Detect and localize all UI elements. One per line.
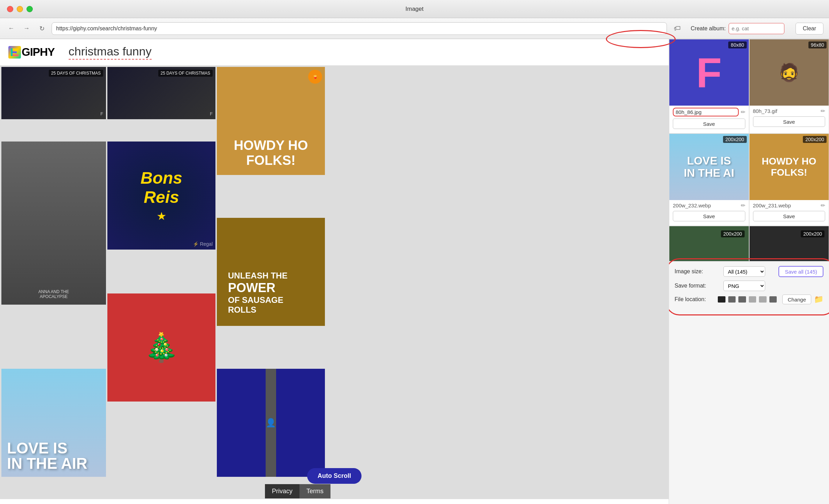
image-preview-3: LOVE ISIN THE AI 200x200 [669,134,749,200]
gif-cell-love-is-air[interactable]: LOVE ISIN THE AIR [1,369,106,477]
gif-cell-days-xmas-1[interactable]: 25 DAYS OF CHRISTMAS F [1,67,106,119]
img-size-badge-6: 200x200 [801,230,824,237]
img-size-badge-1: 80x80 [728,41,746,48]
image-filename-1[interactable]: 80h_86.jpg [673,108,739,116]
gif-grid: 25 DAYS OF CHRISTMAS F 25 DAYS OF CHRIST… [0,66,669,499]
image-preview-1: F 80x80 [669,39,749,106]
window-controls [7,6,33,12]
save-button-1[interactable]: Save [673,119,745,129]
gif-cell-howdy-ho[interactable]: HOWDY HO FOLKS! 🍟 [217,67,325,175]
minimize-button[interactable] [17,6,23,12]
browser-content: GIPHY christmas funny 25 DAYS OF CHRISTM… [0,39,669,504]
gif-love-clouds-text: LOVE ISIN THE AI [678,149,740,185]
giphy-header: GIPHY christmas funny [0,39,669,66]
svg-rect-0 [11,48,13,56]
save-all-button[interactable]: Save all (145) [778,266,823,277]
image-item-5: 200x200 [669,226,749,261]
back-button[interactable]: ← [6,23,17,34]
image-filename-row-4: 200w_231.webp ✏ [750,200,829,209]
change-button[interactable]: Change [782,295,811,304]
gif-boy-text: ANNA AND THE APOCALYPSE [1,289,106,299]
gif-badge-1: 25 DAYS OF CHRISTMAS [49,70,103,77]
gif-howdy-content: HOWDY HO FOLKS! [217,67,325,175]
gif-cell-sausage[interactable]: UNLEASH THE POWEROF SAUSAGE ROLLS [217,218,325,326]
forward-button[interactable]: → [21,23,32,34]
gif-brand-1: F [100,111,103,116]
edit-icon-2[interactable]: ✏ [821,108,825,114]
toolbar: ← → ↻ 🏷 Create album: Clear [0,18,829,39]
gif-cell-xmas-tree[interactable]: 🎄 [107,293,215,402]
gif-badge-2: 25 DAYS OF CHRISTMAS [158,70,213,77]
img-size-badge-5: 200x200 [721,230,745,237]
path-seg-6 [769,296,777,303]
image-item-2: 🧔 96x80 80h_73.gif ✏ Save [749,39,829,133]
gif-sausage-text: UNLEASH THE POWEROF SAUSAGE ROLLS [228,271,314,315]
save-button-3[interactable]: Save [673,211,745,221]
img-size-badge-3: 200x200 [723,136,747,143]
gif-love-text: LOVE ISIN THE AIR [7,441,88,471]
folder-icon[interactable]: 📁 [814,295,823,304]
gif-bons-reis-text: BonsReis [140,168,182,207]
img-size-badge-4: 200x200 [803,136,827,143]
privacy-button[interactable]: Privacy [265,484,299,498]
refresh-button[interactable]: ↻ [36,23,47,34]
svg-rect-1 [13,48,18,50]
bald-man-emoji: 🧔 [778,62,800,83]
gif-star: ★ [157,209,167,223]
gif-cell-auto-scroll[interactable]: 👤 [217,369,325,477]
save-format-select[interactable]: PNG JPG GIF WebP [723,281,765,291]
image-filename-row-1: 80h_86.jpg ✏ [669,106,749,117]
auto-scroll-button[interactable]: Auto Scroll [307,468,362,484]
right-sidebar: F 80x80 80h_86.jpg ✏ Save 🧔 96x80 80h_73… [669,39,829,504]
image-size-select[interactable]: All (145) [723,266,765,277]
gif-cell-days-xmas-2[interactable]: 25 DAYS OF CHRISTMAS F [107,67,215,119]
gif-cell-boy-sweater[interactable]: ANNA AND THE APOCALYPSE [1,142,106,305]
image-filename-3: 200w_232.webp [673,203,739,208]
save-button-2[interactable]: Save [753,116,826,127]
settings-row-format: Save format: PNG JPG GIF WebP [675,281,823,291]
bookmark-button[interactable]: 🏷 [671,22,684,35]
svg-rect-2 [13,51,17,53]
window-title: Imaget [405,6,424,13]
image-preview-4: HOWDY HO FOLKS! 200x200 [750,134,829,200]
gif-tree-content: 🎄 [144,293,179,402]
gif-howdy-sidebar-text: HOWDY HO FOLKS! [750,153,829,181]
edit-icon-3[interactable]: ✏ [741,202,745,209]
gif-sausage-content: UNLEASH THE POWEROF SAUSAGE ROLLS [222,223,319,320]
clear-button[interactable]: Clear [796,23,823,35]
close-button[interactable] [7,6,13,12]
create-album-label: Create album: [691,25,726,32]
f-letter-display: F [696,39,722,106]
image-preview-6: 200x200 [750,226,829,261]
address-bar[interactable] [52,22,667,35]
create-album-input[interactable] [729,23,784,34]
terms-button[interactable]: Terms [299,484,330,498]
save-button-4[interactable]: Save [753,211,826,221]
edit-icon-4[interactable]: ✏ [821,202,825,209]
giphy-logo: GIPHY [8,46,55,59]
edit-icon-1[interactable]: ✏ [741,109,745,115]
gif-brand-2: F [210,111,213,116]
gif-sausage-power: POWER [228,281,275,295]
settings-panel: Image size: All (145) Save all (145) Sav… [669,261,829,312]
giphy-icon [8,46,21,59]
titlebar: Imaget [0,0,829,18]
gif-cell-bons-reis[interactable]: BonsReis ★ ⚡ Regal [107,142,215,250]
file-location-label: File location: [675,296,715,303]
gif-boy-bg: ANNA AND THE APOCALYPSE [1,142,106,305]
gif-bons-content: BonsReis ★ [140,142,182,250]
giphy-wordmark: GIPHY [22,46,55,59]
image-item-3: LOVE ISIN THE AI 200x200 200w_232.webp ✏… [669,133,749,226]
create-album-area: Create album: [691,23,784,34]
image-filename-2: 80h_73.gif [753,108,819,114]
gif-person-placeholder: 👤 [266,418,276,428]
path-seg-4 [749,296,756,303]
settings-row-location: File location: Change 📁 [675,295,823,304]
gif-tree-emoji: 🎄 [144,331,179,364]
maximize-button[interactable] [26,6,33,12]
path-seg-2 [728,296,736,303]
gif-regal-badge: ⚡ Regal [193,241,213,247]
path-seg-1 [718,296,725,303]
gif-howdy-text: HOWDY HO FOLKS! [224,138,318,168]
image-filename-4: 200w_231.webp [753,203,819,208]
